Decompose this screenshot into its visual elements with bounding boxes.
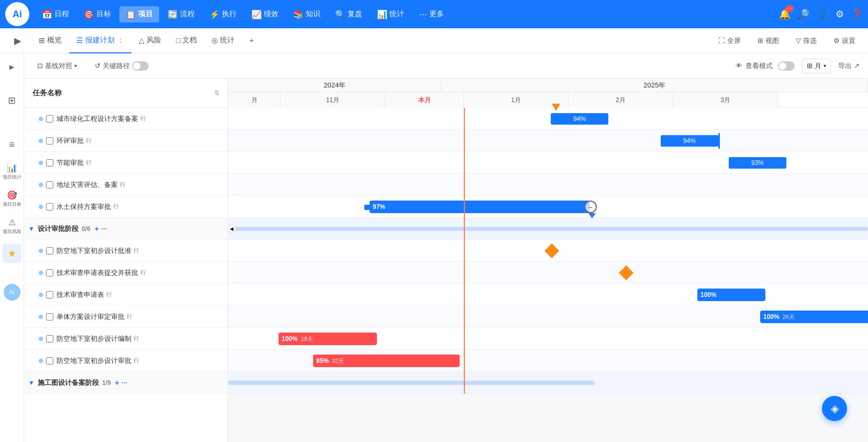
sidebar-item-project-goal[interactable]: 🎯 项目目标 — [3, 190, 21, 208]
sidebar-icon-expand[interactable]: ▶ — [3, 58, 21, 76]
year-2024-label: 2024年 — [324, 81, 346, 90]
nav-stats[interactable]: 📊 统计 — [371, 6, 410, 23]
view-mode-btn[interactable]: 👁 查看模式 — [736, 61, 795, 71]
settings-page-btn[interactable]: ⚙ 设置 — [829, 34, 860, 48]
top-nav-right: 🔔 ··· 🔎 👤 ⚙ ❓ — [779, 8, 863, 20]
task-checkbox[interactable] — [46, 313, 53, 321]
gantt-bar-1[interactable]: 94% — [661, 135, 718, 147]
view-mode-toggle[interactable] — [778, 61, 795, 71]
critical-path-btn[interactable]: ↺ 关键路径 — [90, 59, 153, 73]
task-row[interactable]: 地址灾害评估、备案 行 — [24, 174, 228, 196]
view-btn[interactable]: ⊞ 视图 — [753, 34, 783, 48]
baseline-icon: ⊡ — [37, 62, 43, 70]
help-icon: ❓ — [851, 9, 863, 19]
nav-project[interactable]: 📋 项目 — [119, 6, 159, 23]
cursor-indicator[interactable]: ↔ — [584, 201, 597, 213]
diamond-milestone-0[interactable] — [544, 244, 559, 258]
filter-btn[interactable]: ▽ 筛选 — [792, 34, 821, 48]
export-btn[interactable]: 导出 ↗ — [838, 61, 860, 71]
gantt-bar-0[interactable]: 94% — [551, 113, 608, 125]
gantt-bar-8[interactable]: 100% — [697, 289, 765, 301]
search-btn[interactable]: 🔎 — [798, 8, 809, 20]
nav-knowledge[interactable]: 📚 知识 — [287, 6, 327, 23]
settings-page-icon: ⚙ — [833, 37, 840, 45]
task-checkbox[interactable] — [46, 269, 53, 277]
section-add-btn[interactable]: + — [95, 225, 99, 233]
sidebar-icon-list[interactable]: ≡ — [3, 135, 21, 154]
tab-overview[interactable]: ⊞ 概览 — [31, 28, 69, 53]
sidebar-item-project-stats[interactable]: 📊 项目统计 — [3, 162, 21, 181]
section-row[interactable]: ▼ 施工图设计备案阶段 1/9 + ··· — [24, 372, 228, 394]
section-more-btn[interactable]: ··· — [101, 225, 107, 233]
nav-schedule-label: 日程 — [54, 9, 69, 19]
settings-btn[interactable]: ⚙ — [836, 8, 844, 20]
app-logo[interactable]: Ai — [5, 2, 29, 26]
task-row[interactable]: 技术审查申请表提交并获批 行 — [24, 262, 228, 284]
notification-btn[interactable]: 🔔 ··· — [779, 8, 791, 20]
task-name: 技术审查申请表提交并获批 — [57, 268, 138, 278]
task-row[interactable]: 水土保持方案审批 行 — [24, 196, 228, 218]
nav-target[interactable]: 🎯 目标 — [77, 6, 117, 23]
month-selector[interactable]: ⊞ 月 ▾ — [802, 59, 831, 73]
task-row[interactable]: 城市绿化工程设计方案备案 行 — [24, 108, 228, 130]
task-row[interactable]: 防空地下室初步设计编制 行 — [24, 328, 228, 350]
help-btn[interactable]: ❓ — [851, 8, 863, 20]
user-btn[interactable]: 👤 — [817, 8, 828, 20]
search-icon: 🔎 — [798, 9, 809, 19]
gantt-bar-9[interactable]: 100% 26天 — [760, 311, 868, 323]
tab-add[interactable]: + — [242, 28, 261, 53]
timeline[interactable]: 2024年 2025年 月 11月 本月 1月 2月 3月 — [228, 79, 868, 442]
task-checkbox[interactable] — [46, 137, 53, 145]
section-collapse-btn[interactable]: ◀ — [228, 225, 236, 233]
nav-schedule[interactable]: 📅 日程 — [36, 6, 75, 23]
task-checkbox[interactable] — [46, 291, 53, 299]
section-more-btn[interactable]: ··· — [121, 379, 128, 387]
float-action-btn[interactable]: ◈ — [822, 396, 847, 421]
tab-statistics[interactable]: ◎ 统计 — [204, 28, 242, 53]
nav-review[interactable]: 🔍 复盘 — [329, 6, 369, 23]
sidebar-item-avatar[interactable]: AI — [3, 283, 21, 302]
sidebar-item-favorite[interactable]: ★ — [3, 244, 21, 263]
collapse-icon[interactable]: ▼ — [28, 225, 35, 233]
baseline-btn[interactable]: ⊡ 基线对照 ▾ — [32, 59, 82, 73]
sort-icon[interactable]: ⇅ — [214, 90, 219, 97]
nav-execute[interactable]: ⚡ 执行 — [203, 6, 243, 23]
fullscreen-btn[interactable]: ⛶ 全屏 — [714, 34, 745, 48]
sidebar-icon-grid[interactable]: ⊞ — [3, 91, 21, 110]
gantt-bar-2[interactable]: 93% — [729, 157, 786, 169]
task-checkbox[interactable] — [46, 357, 53, 364]
nav-expand-btn[interactable]: ▶ — [8, 31, 27, 50]
gantt-bar-4[interactable]: 97% — [370, 201, 589, 213]
task-row[interactable]: 单体方案设计审定审批 行 — [24, 306, 228, 328]
diamond-milestone-1[interactable] — [619, 266, 633, 280]
gantt-bar-10[interactable]: 100% 18天 — [279, 333, 377, 345]
gantt-section-row-2 — [228, 372, 868, 394]
task-checkbox[interactable] — [46, 203, 53, 211]
sidebar-item-project-risk[interactable]: ⚠ 项目风险 — [3, 217, 21, 236]
task-checkbox[interactable] — [46, 335, 53, 342]
section-row[interactable]: ▼ 设计审批阶段 0/6 + ··· — [24, 218, 228, 240]
task-checkbox[interactable] — [46, 247, 53, 255]
task-row[interactable]: 防空地下室初步设计批准 行 — [24, 240, 228, 262]
collapse-icon[interactable]: ▼ — [28, 379, 35, 386]
nav-more[interactable]: ⋯ 更多 — [413, 6, 450, 23]
task-status: 行 — [120, 181, 126, 189]
task-row[interactable]: 节能审批 行 — [24, 152, 228, 174]
nav-flow[interactable]: 🔄 流程 — [161, 6, 201, 23]
tab-docs[interactable]: □ 文档 — [169, 28, 204, 53]
bar-percent: 100% — [763, 313, 780, 321]
gantt-bar-11[interactable]: 85% 32天 — [313, 355, 460, 367]
fullscreen-label: 全屏 — [727, 36, 741, 46]
task-row[interactable]: 技术审查申请表 行 — [24, 284, 228, 306]
tab-plan[interactable]: ☰ 报建计划 ： — [69, 28, 131, 53]
task-checkbox[interactable] — [46, 181, 53, 189]
task-checkbox[interactable] — [46, 159, 53, 167]
section-add-btn[interactable]: + — [115, 379, 119, 387]
task-checkbox[interactable] — [46, 115, 53, 123]
task-row[interactable]: 防空地下室初步设计审批 行 — [24, 350, 228, 372]
nav-performance[interactable]: 📈 绩效 — [245, 6, 285, 23]
critical-path-toggle[interactable] — [132, 61, 149, 71]
task-row[interactable]: 环评审批 行 — [24, 130, 228, 152]
tab-risk[interactable]: △ 风险 — [131, 28, 169, 53]
bar-percent: 100% — [282, 335, 298, 342]
